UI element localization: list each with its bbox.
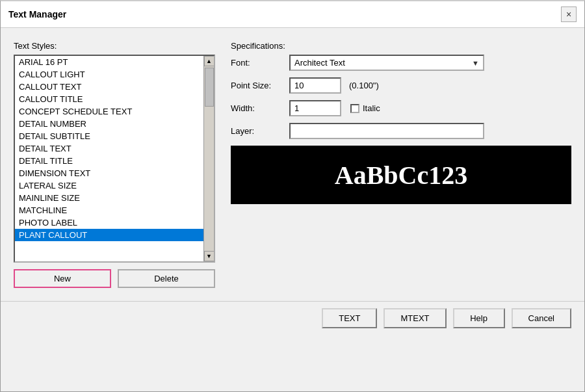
dialog-window: Text Manager × Text Styles: ARIAL 16 PTC… — [0, 0, 585, 392]
title-bar: Text Manager × — [1, 1, 584, 28]
preview-text: AaBbCc123 — [335, 160, 467, 190]
scrollbar[interactable]: ▲ ▼ — [203, 56, 214, 261]
button-row: New Delete — [14, 269, 215, 288]
text-button[interactable]: TEXT — [322, 308, 377, 328]
layer-input[interactable] — [289, 123, 484, 139]
list-item[interactable]: ARIAL 16 PT — [15, 56, 203, 68]
font-row: Font: Architect Text ▼ — [231, 55, 571, 71]
point-size-extra: (0.100") — [349, 81, 379, 90]
list-item[interactable]: LATERAL SIZE — [15, 179, 203, 192]
italic-label[interactable]: Italic — [350, 103, 380, 113]
list-item[interactable]: DETAIL SUBTITLE — [15, 130, 203, 142]
delete-button[interactable]: Delete — [118, 269, 215, 288]
mtext-button[interactable]: MTEXT — [384, 308, 446, 328]
scroll-down-arrow[interactable]: ▼ — [204, 251, 214, 261]
italic-checkbox[interactable] — [350, 104, 359, 113]
list-item[interactable]: CALLOUT TITLE — [15, 93, 203, 105]
list-item[interactable]: DETAIL TITLE — [15, 155, 203, 167]
list-item[interactable]: PHOTO LABEL — [15, 216, 203, 229]
italic-text: Italic — [363, 103, 380, 113]
new-button[interactable]: New — [14, 269, 111, 288]
bottom-bar: TEXT MTEXT Help Cancel — [1, 301, 584, 341]
specifications-label: Specifications: — [231, 41, 571, 51]
list-item[interactable]: DETAIL NUMBER — [15, 118, 203, 130]
layer-label: Layer: — [231, 126, 289, 136]
list-item[interactable]: DIMENSION TEXT — [15, 167, 203, 179]
font-label: Font: — [231, 58, 289, 68]
list-item[interactable]: PLANT CALLOUT — [15, 229, 203, 241]
font-select-dropdown[interactable]: Architect Text ▼ — [289, 55, 484, 71]
list-item[interactable]: CONCEPT SCHEDULE TEXT — [15, 105, 203, 118]
close-button[interactable]: × — [561, 7, 577, 22]
text-styles-label: Text Styles: — [14, 41, 215, 51]
help-button[interactable]: Help — [453, 308, 505, 328]
left-panel: Text Styles: ARIAL 16 PTCALLOUT LIGHTCAL… — [14, 41, 215, 288]
list-item[interactable]: CALLOUT TEXT — [15, 81, 203, 93]
dialog-title: Text Manager — [8, 9, 66, 20]
scroll-up-arrow[interactable]: ▲ — [204, 56, 214, 66]
preview-box: AaBbCc123 — [231, 146, 571, 204]
point-size-row: Point Size: (0.100") — [231, 77, 571, 94]
point-size-label: Point Size: — [231, 81, 289, 90]
font-select-value: Architect Text — [294, 58, 472, 68]
list-item[interactable]: MAINLINE SIZE — [15, 192, 203, 204]
width-input[interactable] — [289, 100, 341, 116]
list-item[interactable]: MATCHLINE — [15, 204, 203, 216]
list-item[interactable]: CALLOUT LIGHT — [15, 68, 203, 81]
width-row: Width: Italic — [231, 100, 571, 116]
cancel-button[interactable]: Cancel — [512, 308, 571, 328]
text-styles-list[interactable]: ARIAL 16 PTCALLOUT LIGHTCALLOUT TEXTCALL… — [14, 55, 215, 263]
width-label: Width: — [231, 103, 289, 113]
point-size-input[interactable] — [289, 77, 341, 94]
scroll-thumb[interactable] — [205, 68, 214, 107]
layer-row: Layer: — [231, 123, 571, 139]
list-item[interactable]: DETAIL TEXT — [15, 142, 203, 155]
dialog-body: Text Styles: ARIAL 16 PTCALLOUT LIGHTCAL… — [1, 28, 584, 301]
right-panel: Specifications: Font: Architect Text ▼ P… — [231, 41, 571, 288]
list-items-container: ARIAL 16 PTCALLOUT LIGHTCALLOUT TEXTCALL… — [15, 56, 203, 261]
dropdown-arrow-icon: ▼ — [472, 59, 479, 67]
